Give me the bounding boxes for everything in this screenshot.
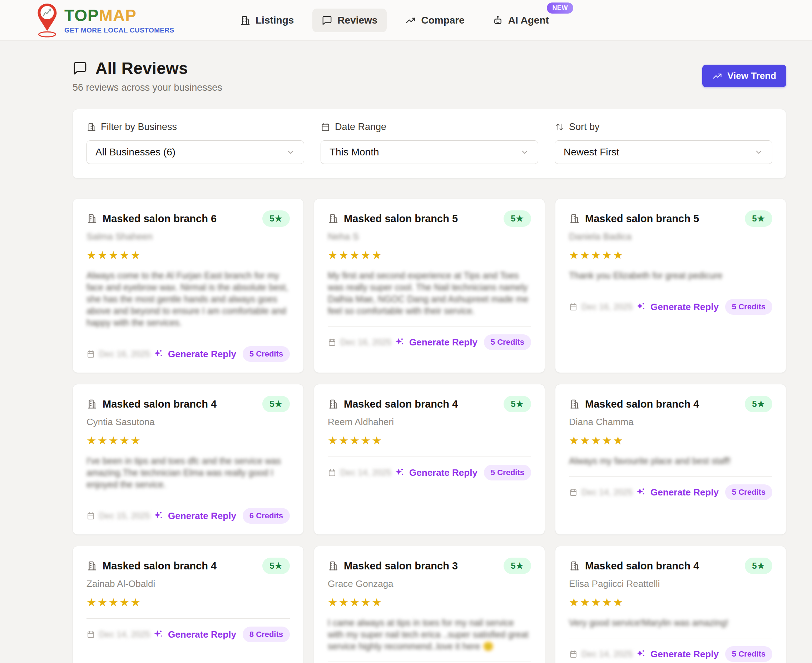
divider xyxy=(569,291,772,291)
page-header: All Reviews 56 reviews across your busin… xyxy=(73,58,786,93)
building-icon xyxy=(86,398,97,410)
filter-business-label: Filter by Business xyxy=(86,121,304,133)
chevron-down-icon xyxy=(520,147,529,157)
date-range-select[interactable]: This Month xyxy=(321,141,538,164)
generate-reply-button[interactable]: Generate Reply xyxy=(394,467,478,478)
business-name: Masked salon branch 4 xyxy=(585,560,699,572)
rating-badge: 5★ xyxy=(263,396,290,412)
building-icon xyxy=(569,213,580,225)
reviewer-name: Elisa Pagiicci Reattelli xyxy=(569,578,772,589)
business-name: Masked salon branch 5 xyxy=(344,213,458,225)
divider xyxy=(328,456,531,457)
building-icon xyxy=(328,398,339,410)
building-icon xyxy=(86,122,96,132)
calendar-icon xyxy=(86,350,95,358)
credits-badge: 5 Credits xyxy=(243,346,290,362)
generate-reply-button[interactable]: Generate Reply xyxy=(635,301,719,312)
review-card: Masked salon branch 4 5★ Reem Aldhaheri … xyxy=(314,384,545,535)
filter-date-range: Date Range This Month xyxy=(321,121,538,164)
sparkles-icon xyxy=(153,349,164,359)
review-date: Dec 14, 2025 xyxy=(569,487,632,497)
review-text: I've been in tips and toes dfc and the s… xyxy=(86,455,290,490)
review-card: Masked salon branch 6 5★ Salma Shaheen ★… xyxy=(73,199,304,373)
review-text: Always come to the Al Furjan East branch… xyxy=(86,270,290,329)
rating-badge: 5★ xyxy=(745,558,772,574)
filter-date-range-label: Date Range xyxy=(321,121,538,133)
calendar-icon xyxy=(569,488,577,496)
calendar-icon xyxy=(328,338,336,346)
review-date: Dec 14, 2025 xyxy=(569,649,632,659)
nav-item-compare[interactable]: Compare xyxy=(396,8,473,32)
business-name: Masked salon branch 4 xyxy=(344,398,458,410)
business-select[interactable]: All Businesses (6) xyxy=(86,141,304,164)
trending-up-icon xyxy=(712,71,722,81)
divider xyxy=(86,618,290,619)
trending-up-icon xyxy=(405,15,416,26)
sparkles-icon xyxy=(635,649,646,660)
chat-bubble-icon xyxy=(322,15,332,26)
star-rating: ★★★★★ xyxy=(328,249,531,262)
review-text: My first and second experience at Tips a… xyxy=(328,270,531,317)
building-icon xyxy=(328,560,339,572)
review-text: Always my favourite place and best staff… xyxy=(569,455,772,467)
building-icon xyxy=(86,213,97,225)
review-text: Thank you Elizabeth for great pedicure xyxy=(569,270,772,281)
review-date: Dec 14, 2025 xyxy=(328,467,391,478)
review-card: Masked salon branch 5 5★ Neha S ★★★★★ My… xyxy=(314,199,545,373)
review-text: Very good service!Marylin was amazing! xyxy=(569,617,772,629)
sparkles-icon xyxy=(635,487,646,498)
building-icon xyxy=(328,213,339,225)
filter-sort: Sort by Newest First xyxy=(555,121,772,164)
credits-badge: 5 Credits xyxy=(484,334,531,350)
business-name: Masked salon branch 5 xyxy=(585,213,699,225)
divider xyxy=(569,476,772,477)
review-card: Masked salon branch 3 5★ Grace Gonzaga ★… xyxy=(314,546,545,663)
nav-item-ai-agent[interactable]: AI Agent NEW xyxy=(483,8,558,32)
map-pin-logo-icon xyxy=(36,3,58,38)
generate-reply-button[interactable]: Generate Reply xyxy=(153,511,236,522)
sparkles-icon xyxy=(635,301,646,312)
divider xyxy=(86,338,290,338)
credits-badge: 6 Credits xyxy=(243,508,290,524)
rating-badge: 5★ xyxy=(745,210,772,227)
review-date: Dec 16, 2025 xyxy=(86,349,150,359)
rating-badge: 5★ xyxy=(504,210,531,227)
generate-reply-button[interactable]: Generate Reply xyxy=(153,629,236,640)
credits-badge: 5 Credits xyxy=(484,465,531,480)
sparkles-icon xyxy=(394,337,405,348)
calendar-icon xyxy=(86,630,95,639)
business-name: Masked salon branch 3 xyxy=(344,560,458,572)
credits-badge: 5 Credits xyxy=(725,299,772,315)
credits-badge: 5 Credits xyxy=(725,646,772,662)
business-name: Masked salon branch 6 xyxy=(102,213,217,225)
star-rating: ★★★★★ xyxy=(328,434,531,447)
review-text: I came always at tips in toes for my nai… xyxy=(328,617,531,652)
sort-arrows-icon xyxy=(555,122,564,132)
star-rating: ★★★★★ xyxy=(328,596,531,609)
generate-reply-button[interactable]: Generate Reply xyxy=(153,349,236,360)
rating-badge: 5★ xyxy=(263,558,290,574)
new-badge: NEW xyxy=(547,3,573,14)
reviewer-name: Zainab Al-Obaldi xyxy=(86,578,290,589)
nav-item-listings[interactable]: Listings xyxy=(230,8,303,32)
sort-select[interactable]: Newest First xyxy=(555,141,772,164)
building-icon xyxy=(569,560,580,572)
reviewer-name: Reem Aldhaheri xyxy=(328,417,531,428)
generate-reply-button[interactable]: Generate Reply xyxy=(635,487,719,498)
review-card: Masked salon branch 4 5★ Elisa Pagiicci … xyxy=(555,546,786,663)
chevron-down-icon xyxy=(754,147,763,157)
star-rating: ★★★★★ xyxy=(86,249,290,262)
generate-reply-button[interactable]: Generate Reply xyxy=(394,337,478,348)
review-card: Masked salon branch 4 5★ Diana Chamma ★★… xyxy=(555,384,786,535)
generate-reply-button[interactable]: Generate Reply xyxy=(635,649,719,660)
sparkles-icon xyxy=(153,629,164,640)
reviewer-name: Grace Gonzaga xyxy=(328,578,531,589)
review-date: Dec 15, 2025 xyxy=(86,511,150,521)
brand-logo: TOPMAP GET MORE LOCAL CUSTOMERS xyxy=(36,3,174,38)
calendar-icon xyxy=(328,468,336,477)
divider xyxy=(328,326,531,327)
view-trend-button[interactable]: View Trend xyxy=(702,65,786,87)
nav-item-reviews[interactable]: Reviews xyxy=(312,8,387,32)
reviews-grid: Masked salon branch 6 5★ Salma Shaheen ★… xyxy=(73,199,786,663)
rating-badge: 5★ xyxy=(263,210,290,227)
